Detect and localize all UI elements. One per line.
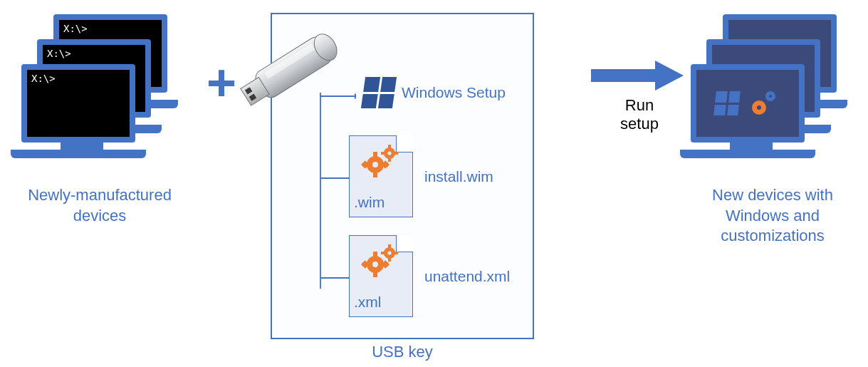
gear-icon <box>361 243 401 279</box>
svg-marker-45 <box>591 61 684 91</box>
file-extension: .xml <box>354 294 408 311</box>
svg-rect-24 <box>388 145 391 149</box>
laptop-icon <box>691 64 812 158</box>
source-laptops-stack: X:\> X:\> X:\> <box>21 14 185 178</box>
svg-rect-40 <box>388 244 391 249</box>
usb-caption: USB key <box>271 342 534 363</box>
gear-icon <box>746 86 780 120</box>
file-name: unattend.xml <box>424 268 510 285</box>
windows-logo-icon <box>361 77 397 108</box>
result-laptops-stack <box>691 14 862 178</box>
svg-rect-25 <box>388 157 391 162</box>
file-icon: .wim <box>349 135 413 217</box>
diagram-canvas: X:\> X:\> X:\> Newly-manufactured device… <box>0 0 868 367</box>
svg-point-22 <box>372 162 378 167</box>
svg-point-28 <box>387 151 391 155</box>
result-caption: New devices with Windows and customizati… <box>684 185 862 247</box>
usb-drive-icon <box>235 16 363 107</box>
windows-logo-icon <box>713 91 741 115</box>
svg-rect-15 <box>373 172 377 177</box>
plus-sign: + <box>206 53 236 112</box>
terminal-prompt: X:\> <box>27 70 130 137</box>
svg-point-55 <box>757 105 761 110</box>
file-icon: .xml <box>349 235 413 317</box>
svg-point-44 <box>387 251 391 254</box>
file-name: install.wim <box>424 168 493 185</box>
svg-rect-41 <box>388 257 391 262</box>
arrow-right-icon <box>591 61 684 91</box>
arrow-caption: Run setup <box>604 96 675 134</box>
windows-setup-label: Windows Setup <box>402 84 506 101</box>
source-caption: Newly-manufactured devices <box>7 185 192 226</box>
svg-rect-26 <box>381 152 385 155</box>
windows-setup-item: Windows Setup <box>363 77 506 108</box>
gear-icon <box>361 143 401 179</box>
svg-rect-27 <box>394 152 398 155</box>
svg-rect-30 <box>373 252 377 257</box>
svg-point-57 <box>769 95 772 98</box>
install-wim-item: .wim install.wim <box>349 135 493 217</box>
file-extension: .wim <box>354 194 408 211</box>
laptop-icon: X:\> <box>21 64 142 158</box>
svg-rect-14 <box>373 152 377 157</box>
svg-rect-42 <box>381 252 385 254</box>
svg-rect-31 <box>373 272 377 277</box>
svg-point-38 <box>372 262 378 267</box>
svg-rect-43 <box>394 252 398 254</box>
unattend-xml-item: .xml unattend.xml <box>349 235 510 317</box>
